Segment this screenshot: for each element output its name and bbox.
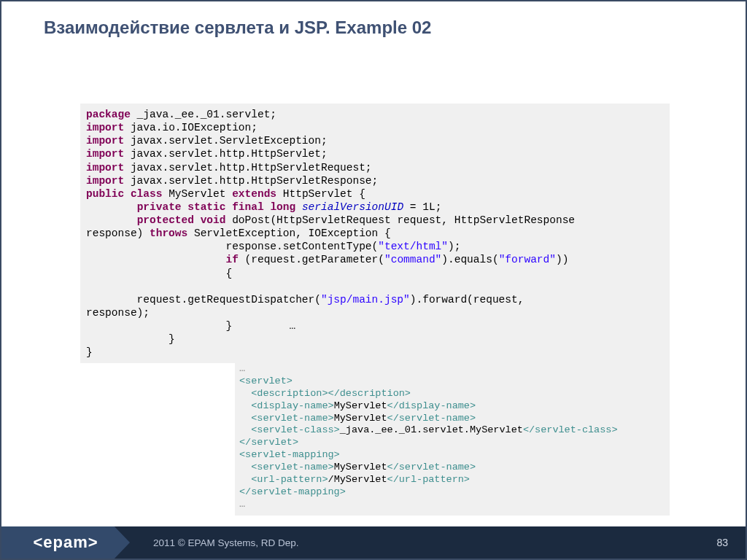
kw-private: private (137, 201, 182, 213)
ellipsis: … (239, 363, 245, 374)
code-text: ServletException, IOException { (187, 228, 390, 239)
code-text: } (86, 346, 93, 358)
code-text: doPost(HttpServletRequest request, HttpS… (225, 214, 581, 226)
code-text: MyServlet (162, 188, 232, 200)
kw-class: class (124, 188, 162, 200)
slide-container: Взаимодействие сервлета и JSP. Example 0… (0, 0, 747, 560)
string-literal: "command" (384, 254, 441, 265)
kw-import: import (86, 135, 124, 147)
code-text: (request.getParameter( (239, 254, 384, 265)
kw-long: long (264, 201, 296, 213)
slide-number: 83 (716, 537, 728, 548)
java-code-block: package _java._ee._01.servlet; import ja… (80, 104, 670, 363)
xml-tag: </display-name> (387, 400, 476, 411)
code-text: )) (556, 254, 568, 265)
xml-tag: </servlet-class> (523, 424, 618, 435)
code-text: HttpServlet { (276, 188, 365, 200)
code-text: } (86, 333, 175, 345)
code-text: javax.servlet.http.HttpServlet; (124, 148, 327, 160)
string-literal: "text/html" (378, 241, 448, 252)
xml-tag: <servlet-class> (251, 424, 340, 435)
footer-copyright: 2011 © EPAM Systems, RD Dep. (153, 537, 299, 548)
code-text: javax.servlet.ServletException; (124, 135, 327, 147)
code-text: } … (86, 320, 295, 332)
xml-tag: </description> (328, 388, 411, 399)
kw-public: public (86, 188, 124, 200)
kw-void: void (194, 214, 226, 226)
code-text: java.io.IOException; (124, 122, 258, 133)
xml-tag: </servlet-name> (387, 462, 476, 472)
code-text: request.getRequestDispatcher( (86, 294, 321, 306)
xml-tag: <servlet-name> (251, 462, 333, 472)
code-indent (86, 214, 137, 226)
kw-import: import (86, 122, 124, 133)
kw-protected: protected (137, 214, 194, 226)
kw-static: static (182, 201, 226, 213)
code-text: response) (86, 228, 150, 239)
xml-tag: </servlet-name> (387, 413, 476, 424)
code-text: { (86, 268, 232, 279)
code-text: ); (448, 241, 460, 252)
kw-final: final (225, 201, 263, 213)
string-literal: "jsp/main.jsp" (321, 294, 410, 306)
code-text: ).forward(request, (410, 294, 530, 306)
kw-import: import (86, 175, 124, 187)
xml-text: MyServlet (334, 400, 387, 411)
epam-logo: <epam> (1, 526, 130, 559)
xml-text: MyServlet (334, 462, 387, 472)
kw-import: import (86, 162, 124, 174)
xml-tag: <servlet> (239, 376, 293, 386)
xml-tag: <description> (251, 388, 328, 399)
xml-tag: <servlet-mapping> (239, 449, 340, 460)
xml-code-block: … <servlet> <description></description> … (235, 360, 670, 516)
code-indent (86, 201, 137, 213)
code-text: = 1L; (403, 201, 441, 213)
code-text: response.setContentType( (86, 241, 378, 252)
xml-tag: </url-pattern> (387, 474, 470, 485)
ellipsis: … (239, 499, 245, 510)
kw-import: import (86, 148, 124, 160)
string-literal: "forward" (499, 254, 556, 265)
xml-tag: <display-name> (251, 400, 333, 411)
xml-tag: <url-pattern> (251, 474, 328, 485)
code-text: response); (86, 307, 150, 319)
code-text (295, 201, 302, 213)
code-text (86, 254, 225, 265)
xml-text: _java._ee._01.servlet.MyServlet (340, 424, 523, 435)
code-text: _java._ee._01.servlet; (131, 109, 276, 120)
slide-footer: <epam> 2011 © EPAM Systems, RD Dep. 83 (1, 526, 746, 559)
xml-tag: </servlet-mapping> (239, 486, 346, 497)
code-text: ).equals( (441, 254, 498, 265)
xml-tag: <servlet-name> (251, 413, 333, 424)
xml-tag: </servlet> (239, 437, 298, 448)
kw-if: if (225, 254, 238, 265)
code-text: javax.servlet.http.HttpServletRequest; (124, 162, 371, 174)
kw-package: package (86, 109, 131, 120)
xml-text: /MyServlet (328, 474, 387, 485)
code-text: javax.servlet.http.HttpServletResponse; (124, 175, 378, 187)
kw-extends: extends (232, 188, 276, 200)
xml-text: MyServlet (334, 413, 387, 424)
kw-throws: throws (150, 228, 187, 239)
slide-title: Взаимодействие сервлета и JSP. Example 0… (44, 18, 431, 38)
field-serialversionuid: serialVersionUID (302, 201, 403, 213)
